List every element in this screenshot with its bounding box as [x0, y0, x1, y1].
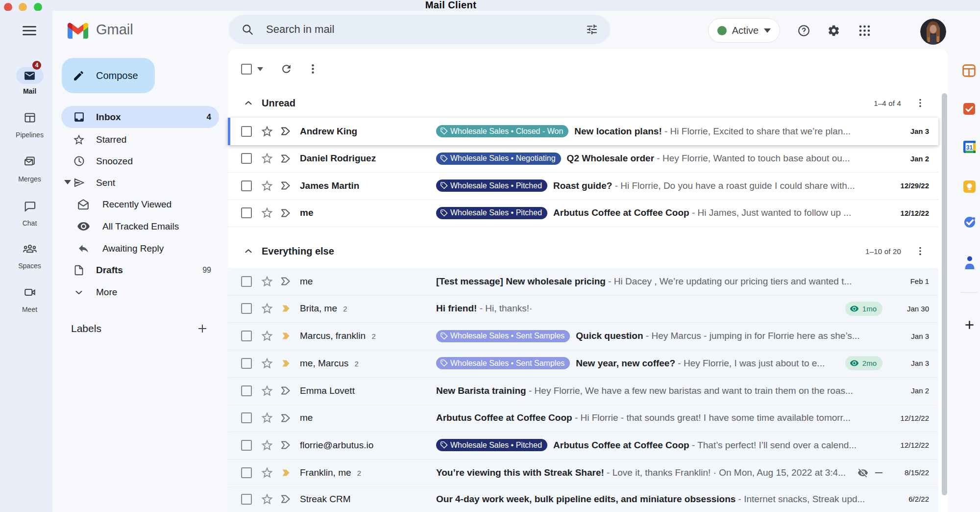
svg-text:31: 31: [966, 144, 973, 151]
